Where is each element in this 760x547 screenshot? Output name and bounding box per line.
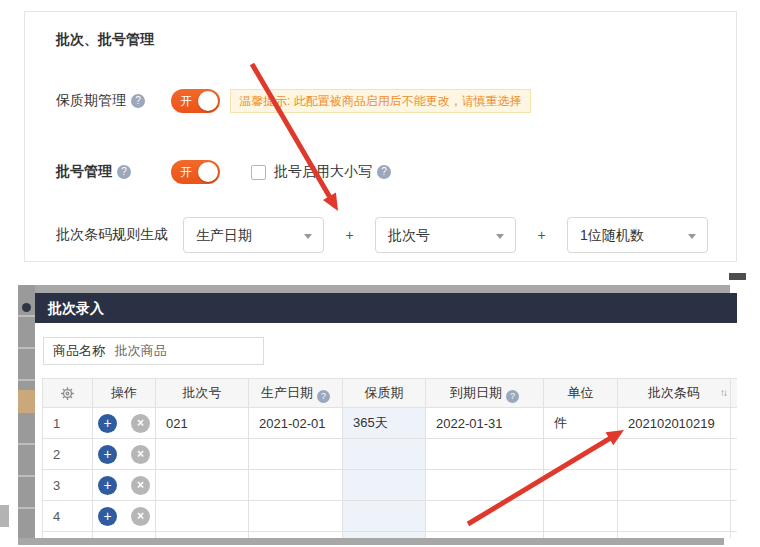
background-dot [22,303,31,312]
delete-row-button[interactable]: × [131,445,150,464]
delete-row-button[interactable]: × [131,538,150,539]
barcode-cell[interactable] [618,470,731,501]
row-actions-cell: + × [93,439,156,470]
toggle-knob-icon [198,162,218,182]
prod-date-cell[interactable] [249,439,343,470]
help-icon[interactable]: ? [377,165,391,179]
column-header-label: 生产日期 [261,385,313,400]
expiry-date-cell[interactable] [426,439,544,470]
column-settings-button[interactable] [43,379,93,408]
product-name-value: 批次商品 [115,343,167,358]
table-row: 5 + × [43,532,738,539]
help-icon[interactable]: ? [131,94,145,108]
barcode-cell[interactable]: 202102010219 [618,408,731,439]
prod-date-cell[interactable]: 2021-02-01 [249,408,343,439]
delete-row-button[interactable]: × [131,476,150,495]
rule-dropdown-3[interactable]: 1位随机数 [567,217,708,253]
batch-no-cell[interactable]: 021 [156,408,249,439]
batch-entry-modal: 批次录入 商品名称 批次商品 操作批次号生产日期?保质期到期日期?单位批次条码↑… [35,293,737,538]
spacer-cell [731,439,738,470]
screen: 批次、批号管理 保质期管理 ? 开 温馨提示: 此配置被商品启用后不能更改，请慎… [0,0,760,547]
shelf-life-cell[interactable] [343,501,426,532]
add-row-button[interactable]: + [98,538,117,539]
column-header: 批次号 [156,379,249,408]
toggle-knob-icon [198,91,218,111]
help-icon[interactable]: ? [117,165,131,179]
column-header: 到期日期? [426,379,544,408]
row-actions-cell: + × [93,501,156,532]
row-number-cell: 2 [43,439,93,470]
column-header-label: 批次号 [183,385,222,400]
column-header: 操作 [93,379,156,408]
expiry-date-cell[interactable] [426,501,544,532]
rule-dropdown-3-value: 1位随机数 [580,227,644,243]
unit-cell[interactable] [544,532,618,539]
chevron-down-icon [688,234,696,239]
shelf-life-cell[interactable] [343,532,426,539]
help-icon[interactable]: ? [317,390,330,403]
shelf-life-cell[interactable] [343,439,426,470]
batch-number-toggle[interactable]: 开 [171,160,220,184]
help-icon[interactable]: ? [506,390,519,403]
expiry-date-cell[interactable] [426,470,544,501]
product-name-field: 商品名称 批次商品 [43,337,264,365]
add-row-button[interactable]: + [98,507,117,526]
toggle-on-label: 开 [180,89,192,113]
table-row: 2 + × [43,439,738,470]
barcode-cell[interactable] [618,439,731,470]
row-number-cell: 3 [43,470,93,501]
batch-no-cell[interactable] [156,439,249,470]
unit-cell[interactable]: 件 [544,408,618,439]
delete-row-button[interactable]: × [131,507,150,526]
chevron-down-icon [496,234,504,239]
rule-dropdown-1[interactable]: 生产日期 [183,217,324,253]
batch-number-label: 批号管理 [56,163,112,181]
row-actions-cell: + × [93,532,156,539]
spacer-cell [731,408,738,439]
add-row-button[interactable]: + [98,476,117,495]
unit-cell[interactable] [544,470,618,501]
background-window-edge-left [18,285,35,541]
add-row-button[interactable]: + [98,445,117,464]
shelf-life-cell[interactable] [343,470,426,501]
barcode-cell[interactable] [618,532,731,539]
unit-cell[interactable] [544,501,618,532]
batch-no-cell[interactable] [156,532,249,539]
background-row-fragment [18,390,35,413]
batch-table: 操作批次号生产日期?保质期到期日期?单位批次条码↑↓ 1 + × 0212021… [42,378,737,538]
case-sensitive-label: 批号启用大小写 [274,163,372,181]
plus-separator: + [516,227,567,243]
table-header-row: 操作批次号生产日期?保质期到期日期?单位批次条码↑↓ [43,379,738,408]
barcode-rule-row: 批次条码规则生成 生产日期 + 批次号 + 1位随机数 [56,217,708,253]
background-fragment [0,505,9,527]
modal-title: 批次录入 [35,293,737,323]
background-window-edge-bottom [18,538,724,545]
gear-icon [60,386,75,401]
column-header-label: 操作 [111,385,137,400]
shelf-life-toggle[interactable]: 开 [171,89,220,113]
add-row-button[interactable]: + [98,414,117,433]
delete-row-button[interactable]: × [131,414,150,433]
spacer-cell [731,532,738,539]
barcode-cell[interactable] [618,501,731,532]
batch-settings-panel: 批次、批号管理 保质期管理 ? 开 温馨提示: 此配置被商品启用后不能更改，请慎… [24,11,737,262]
batch-no-cell[interactable] [156,470,249,501]
product-name-label: 商品名称 [53,343,105,358]
shelf-life-cell[interactable]: 365天 [343,408,426,439]
sort-icon[interactable]: ↑↓ [720,387,726,398]
row-number-cell: 5 [43,532,93,539]
rule-dropdown-2[interactable]: 批次号 [375,217,516,253]
table-row: 1 + × 0212021-02-01365天2022-01-31件202102… [43,408,738,439]
prod-date-cell[interactable] [249,501,343,532]
prod-date-cell[interactable] [249,470,343,501]
expiry-date-cell[interactable]: 2022-01-31 [426,408,544,439]
batch-no-cell[interactable] [156,501,249,532]
case-sensitive-checkbox[interactable] [251,165,266,180]
rule-dropdown-1-value: 生产日期 [196,227,252,243]
unit-cell[interactable] [544,439,618,470]
row-number-cell: 1 [43,408,93,439]
prod-date-cell[interactable] [249,532,343,539]
shelf-life-row: 保质期管理 ? 开 温馨提示: 此配置被商品启用后不能更改，请慎重选择 [56,89,531,113]
expiry-date-cell[interactable] [426,532,544,539]
column-header-label: 单位 [568,385,594,400]
